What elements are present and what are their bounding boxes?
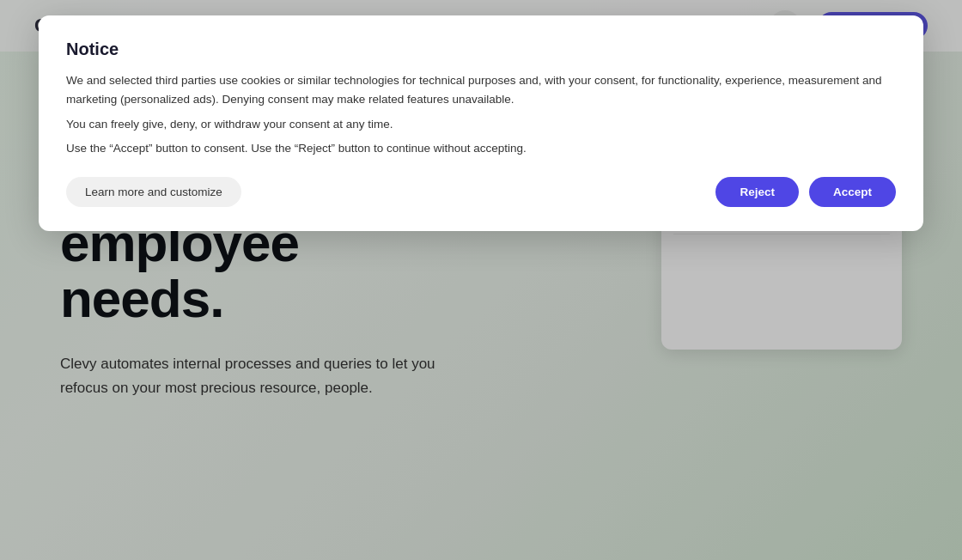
- notice-body-1: We and selected third parties use cookie…: [66, 71, 896, 110]
- notice-modal: Notice We and selected third parties use…: [39, 15, 923, 231]
- notice-title: Notice: [66, 40, 896, 59]
- notice-body-3: Use the “Accept” button to consent. Use …: [66, 139, 896, 158]
- notice-body-2: You can freely give, deny, or withdraw y…: [66, 115, 896, 134]
- reject-button[interactable]: Reject: [715, 177, 799, 207]
- notice-actions: Learn more and customize Reject Accept: [66, 177, 896, 207]
- customize-button[interactable]: Learn more and customize: [66, 177, 241, 207]
- accept-button[interactable]: Accept: [809, 177, 896, 207]
